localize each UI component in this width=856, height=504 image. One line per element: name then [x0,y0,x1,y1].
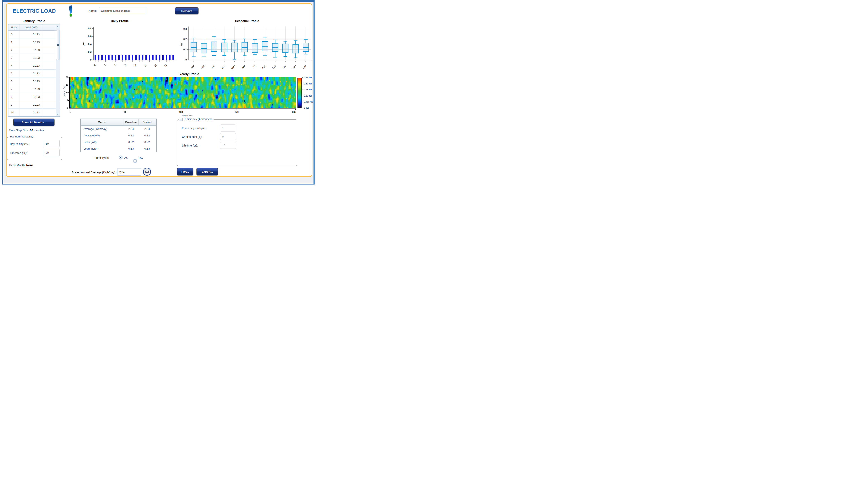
svg-text:kW: kW [83,42,86,46]
box-Feb [201,39,207,56]
table-row[interactable]: 70.123 [8,85,60,93]
hour-column-header[interactable]: Hour [8,24,20,31]
svg-text:0.2: 0.2 [88,51,91,53]
scroll-down-button[interactable] [56,112,59,116]
svg-text:0.1: 0.1 [183,48,187,51]
table-row[interactable]: 80.123 [8,93,60,101]
table-row[interactable]: 10.123 [8,38,60,46]
load-cell[interactable]: 0.123 [20,62,43,69]
capital-cost-label: Capital cost ($): [182,135,202,139]
scaled-value: 2.84 [139,126,155,132]
sensitivity-values-button[interactable]: {..} [143,168,151,176]
bar [159,55,160,60]
load-cell[interactable]: 0.123 [20,38,43,46]
bar [166,55,167,60]
hour-cell[interactable]: 6 [8,77,20,85]
heatmap-ytick: 6 [63,99,68,102]
name-label: Name: [88,9,97,12]
load-cell[interactable]: 0.123 [20,77,43,85]
radio-ac[interactable] [119,156,122,159]
hour-cell[interactable]: 10 [8,109,20,116]
svg-text:12: 12 [133,64,137,68]
metrics-header: Metric Baseline Scaled [81,119,156,126]
hour-cell[interactable]: 1 [8,38,20,46]
colorbar-tick-label: 0.15 kW [304,88,312,91]
blank-cell [43,62,55,69]
page-title: ELECTRIC LOAD [13,8,56,14]
hour-cell[interactable]: 9 [8,101,20,108]
load-cell[interactable]: 0.123 [20,93,43,101]
load-cell[interactable]: 0.123 [20,85,43,93]
svg-text:0: 0 [185,58,187,61]
january-profile-title: January Profile [8,19,59,23]
lifetime-input[interactable] [220,142,236,149]
name-input[interactable] [99,7,146,14]
table-row[interactable]: 00.123 [8,31,60,38]
efficiency-multiplier-label: Efficiency multiplier: [182,127,207,130]
bar [169,55,171,60]
svg-text:Jun: Jun [241,65,246,69]
load-cell[interactable]: 0.123 [20,101,43,108]
bar [135,55,137,60]
hour-cell[interactable]: 4 [8,62,20,69]
table-row[interactable]: 60.123 [8,77,60,85]
box-Jun [242,39,247,56]
design-window: DESIGN ELECTRIC LOAD Name: Remove Januar… [2,2,314,184]
plot-button[interactable]: Plot... [177,168,193,176]
box-Jan [191,38,197,57]
heatmap-xtick: 365 [288,111,296,113]
scrollbar-thumb[interactable] [56,30,59,60]
radio-ac-label[interactable]: AC [124,156,128,159]
grip-icon [57,44,59,46]
time-step-unit: minutes [34,129,44,132]
load-cell[interactable]: 0.123 [20,31,43,38]
table-row[interactable]: 90.123 [8,101,60,109]
table-row[interactable]: 20.123 [8,46,60,54]
remove-button[interactable]: Remove [175,7,199,14]
table-row[interactable]: 30.123 [8,54,60,62]
hour-cell[interactable]: 8 [8,93,20,101]
design-titlebar: DESIGN [2,0,314,2]
svg-text:Oct: Oct [282,64,287,69]
hour-cell[interactable]: 3 [8,54,20,61]
show-all-months-button[interactable]: Show All Months... [13,119,54,126]
bar [129,55,130,60]
metrics-table: Metric Baseline Scaled Average (kWh/day)… [80,119,157,152]
scaled-annual-input[interactable] [117,168,141,176]
scroll-up-button[interactable] [56,25,59,29]
radio-dc-label[interactable]: DC [139,156,143,159]
timestep-input[interactable] [44,149,59,156]
radio-dc[interactable] [133,159,137,163]
hour-cell[interactable]: 2 [8,46,20,54]
svg-text:May: May [230,65,236,70]
hour-cell[interactable]: 7 [8,85,20,93]
export-button[interactable]: Export... [196,168,218,176]
table-row[interactable]: 50.123 [8,70,60,77]
svg-text:0.2: 0.2 [183,38,187,41]
efficiency-multiplier-input[interactable] [220,125,236,131]
efficiency-checkbox[interactable] [179,118,183,121]
table-row[interactable]: 100.123 [8,109,60,116]
load-column-header[interactable]: Load (kW) [20,24,43,31]
bar [105,55,106,60]
bar [101,55,103,60]
svg-text:0.8: 0.8 [88,27,91,30]
electric-load-panel: ELECTRIC LOAD Name: Remove January Profi… [6,3,312,177]
metrics-row: Peak (kW)0.220.22 [81,139,156,145]
peak-month: Peak Month: None [9,164,34,167]
seasonal-profile-title: Seasonal Profile [226,19,268,23]
hour-cell[interactable]: 0 [8,31,20,38]
load-cell[interactable]: 0.123 [20,70,43,77]
triangle-down-icon [57,114,59,115]
blank-cell [43,70,55,77]
table-scrollbar[interactable] [56,25,59,116]
load-cell[interactable]: 0.123 [20,54,43,61]
heatmap-xtick: 180 [177,111,185,113]
load-cell[interactable]: 0.123 [20,109,43,116]
day-to-day-input[interactable] [44,140,59,147]
load-cell[interactable]: 0.123 [20,46,43,54]
efficiency-group: Efficiency (Advanced) Efficiency multipl… [177,119,297,166]
capital-cost-input[interactable] [220,133,236,140]
hour-cell[interactable]: 5 [8,70,20,77]
table-row[interactable]: 40.123 [8,62,60,70]
